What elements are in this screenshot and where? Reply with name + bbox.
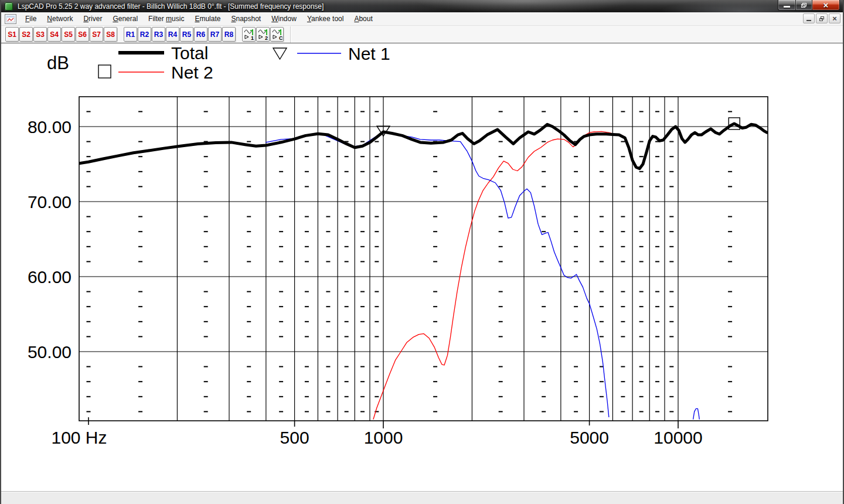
minor-grid-dash	[360, 321, 365, 322]
minor-grid-dash	[138, 156, 142, 157]
minor-grid-dash	[247, 396, 251, 397]
minor-grid-dash	[87, 411, 91, 412]
minor-grid-dash	[433, 411, 437, 412]
status-bar	[1, 491, 843, 504]
minor-grid-dash	[247, 186, 251, 187]
minor-grid-dash	[375, 111, 379, 112]
minor-grid-dash	[375, 306, 379, 307]
minor-grid-dash	[499, 186, 503, 187]
minor-grid-dash	[669, 156, 673, 157]
snapshot-button-s6[interactable]: S6	[76, 27, 89, 42]
minor-grid-dash	[87, 396, 91, 397]
minor-grid-dash	[433, 156, 437, 157]
snapshot-button-s8[interactable]: S8	[104, 27, 117, 42]
minor-grid-dash	[138, 321, 142, 322]
minor-grid-dash	[87, 336, 91, 337]
recall-button-r2[interactable]: R2	[138, 27, 151, 42]
minor-grid-dash	[542, 156, 546, 157]
mdi-restore-button[interactable]	[816, 13, 828, 23]
menu-item-general[interactable]: General	[107, 13, 143, 25]
minor-grid-dash	[279, 246, 283, 247]
minor-grid-dash	[375, 246, 379, 247]
minor-grid-dash	[669, 141, 673, 142]
menu-item-yankee-tool[interactable]: Yankee tool	[302, 13, 349, 25]
snapshot-button-s5[interactable]: S5	[62, 27, 75, 42]
minor-grid-dash	[655, 171, 659, 172]
menu-item-network[interactable]: Network	[42, 13, 78, 25]
minor-grid-dash	[621, 216, 625, 217]
minor-grid-dash	[655, 261, 659, 262]
menu-item-emulate[interactable]: Emulate	[189, 13, 226, 25]
child-window-icon[interactable]	[5, 14, 16, 24]
minor-grid-dash	[542, 291, 546, 292]
mdi-close-button[interactable]: ×	[829, 13, 840, 23]
minor-grid-dash	[499, 336, 503, 337]
minor-grid-dash	[279, 336, 283, 337]
snapshot-button-s3[interactable]: S3	[33, 27, 47, 42]
menu-item-window[interactable]: Window	[266, 13, 302, 25]
minor-grid-dash	[375, 171, 379, 172]
recall-button-r5[interactable]: R5	[180, 27, 193, 42]
minor-grid-dash	[204, 411, 208, 412]
recall-button-r8[interactable]: R8	[222, 27, 236, 42]
x-axis-label-5000: 5000	[570, 428, 609, 447]
minor-grid-dash	[326, 261, 330, 262]
minor-grid-dash	[621, 411, 625, 412]
minor-grid-dash	[542, 141, 546, 142]
snapshot-button-s4[interactable]: S4	[47, 27, 61, 42]
app-icon	[5, 2, 13, 11]
minor-grid-dash	[345, 291, 349, 292]
menu-item-driver[interactable]: Driver	[78, 13, 107, 25]
minor-grid-dash	[669, 336, 673, 337]
recall-button-r3[interactable]: R3	[152, 27, 165, 42]
menu-item-snapshot[interactable]: Snapshot	[226, 13, 266, 25]
snapshot-button-s1[interactable]: S1	[5, 27, 19, 42]
plot-curve-button-1[interactable]: 1	[242, 27, 256, 42]
minor-grid-dash	[87, 321, 91, 322]
minor-grid-dash	[360, 171, 365, 172]
minor-grid-dash	[542, 216, 546, 217]
minor-grid-dash	[345, 231, 349, 232]
menu-item-filter-music[interactable]: Filter music	[143, 13, 189, 25]
minor-grid-dash	[728, 171, 732, 172]
minor-grid-dash	[87, 141, 91, 142]
minor-grid-dash	[345, 321, 349, 322]
restore-button[interactable]	[795, 0, 812, 11]
recall-button-r1[interactable]: R1	[124, 27, 137, 42]
recall-button-r6[interactable]: R6	[194, 27, 207, 42]
plot-curve-button-2[interactable]: 2	[256, 27, 270, 42]
snapshot-button-s2[interactable]: S2	[19, 27, 33, 42]
minor-grid-dash	[600, 321, 604, 322]
minor-grid-dash	[247, 156, 251, 157]
minor-grid-dash	[639, 396, 644, 397]
minor-grid-dash	[87, 186, 91, 187]
minor-grid-dash	[728, 321, 732, 322]
minor-grid-dash	[433, 291, 437, 292]
minor-grid-dash	[204, 291, 208, 292]
minor-grid-dash	[138, 366, 142, 367]
recall-button-r7[interactable]: R7	[208, 27, 222, 42]
mdi-minimize-button[interactable]	[803, 13, 815, 23]
minimize-button[interactable]	[778, 0, 795, 11]
minor-grid-dash	[600, 141, 604, 142]
minor-grid-dash	[326, 156, 330, 157]
minor-grid-dash	[655, 186, 659, 187]
snapshot-button-s7[interactable]: S7	[90, 27, 103, 42]
menu-item-about[interactable]: About	[349, 13, 377, 25]
minor-grid-dash	[345, 246, 349, 247]
minor-grid-dash	[138, 111, 142, 112]
recall-button-r4[interactable]: R4	[166, 27, 179, 42]
minor-grid-dash	[305, 171, 309, 172]
close-button[interactable]: ×	[812, 0, 840, 11]
x-axis-label-10000: 10000	[654, 428, 702, 447]
legend-label-total: Total	[171, 43, 208, 63]
app-window: LspCAD Pro 5.25 2 way advanced filter - …	[0, 0, 844, 504]
minor-grid-dash	[375, 261, 379, 262]
plot-curve-button-c[interactable]: C	[270, 27, 284, 42]
menu-item-file[interactable]: File	[20, 13, 42, 25]
mdi-close-icon: ×	[832, 15, 837, 22]
minor-grid-dash	[326, 366, 330, 367]
minor-grid-dash	[728, 381, 732, 382]
minor-grid-dash	[360, 141, 365, 142]
minor-grid-dash	[326, 141, 330, 142]
